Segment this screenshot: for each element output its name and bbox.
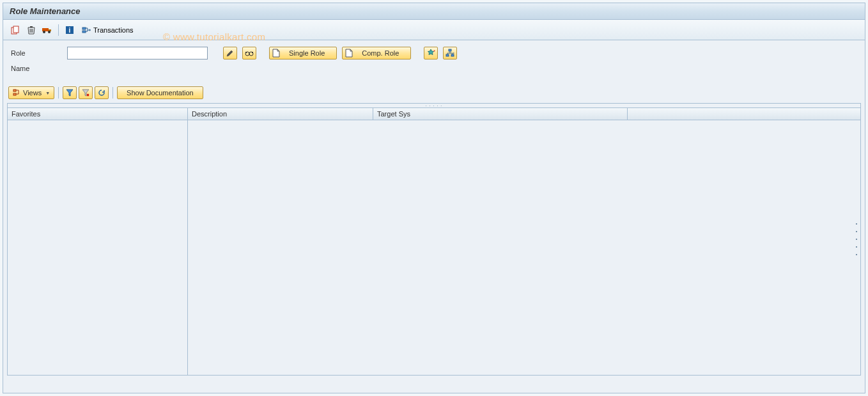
svg-point-5 xyxy=(48,31,50,33)
table-header: Favorites Description Target Sys xyxy=(8,107,860,120)
toolbar-separator xyxy=(58,24,59,36)
toolbar-separator xyxy=(112,87,113,99)
glasses-icon xyxy=(245,49,254,57)
transactions-button[interactable]: Transactions xyxy=(79,23,137,37)
svg-rect-1 xyxy=(13,26,19,33)
star-plus-icon: + xyxy=(426,49,435,58)
svg-point-4 xyxy=(43,31,45,33)
filter-remove-icon xyxy=(82,89,89,97)
table-body xyxy=(8,120,860,375)
refresh-button[interactable] xyxy=(95,86,109,99)
role-label: Role xyxy=(11,49,62,57)
column-description[interactable]: Description xyxy=(188,108,373,120)
column-blank[interactable] xyxy=(628,108,860,120)
document-icon xyxy=(272,49,280,58)
svg-text:+: + xyxy=(433,49,435,52)
svg-rect-17 xyxy=(13,93,16,95)
svg-rect-8 xyxy=(82,28,86,29)
tree-icon xyxy=(446,49,454,58)
role-row: Role Single Role Comp. Role + xyxy=(11,47,857,59)
name-label: Name xyxy=(11,65,62,72)
hierarchy-button[interactable] xyxy=(443,47,457,59)
filter-button[interactable] xyxy=(63,86,77,99)
svg-text:i: i xyxy=(69,27,71,34)
edit-button[interactable] xyxy=(223,47,237,59)
chevron-down-icon: ▼ xyxy=(45,91,50,95)
display-button[interactable] xyxy=(242,47,256,59)
views-label: Views xyxy=(23,89,42,97)
lower-toolbar: Views ▼ Show Documentation xyxy=(3,84,865,101)
show-doc-label: Show Documentation xyxy=(127,89,194,97)
filter-icon xyxy=(66,89,74,97)
document-icon xyxy=(345,49,353,58)
views-button[interactable]: Views ▼ xyxy=(8,86,54,99)
transactions-label: Transactions xyxy=(93,26,134,34)
svg-rect-9 xyxy=(82,31,86,33)
single-role-button[interactable]: Single Role xyxy=(269,47,337,59)
comp-role-label: Comp. Role xyxy=(355,49,408,57)
favorites-table: · · · · · Favorites Description Target S… xyxy=(7,103,861,376)
name-row: Name xyxy=(11,65,857,72)
column-target-sys[interactable]: Target Sys xyxy=(373,108,628,120)
table-body-rest xyxy=(188,120,860,375)
svg-rect-14 xyxy=(446,54,449,56)
svg-rect-2 xyxy=(42,28,49,31)
vertical-splitter[interactable] xyxy=(855,223,858,255)
svg-rect-16 xyxy=(13,90,16,91)
favorite-add-button[interactable]: + xyxy=(424,47,438,59)
main-window: Role Maintenance i Transactions © www.tu… xyxy=(3,3,865,393)
delete-icon[interactable] xyxy=(24,23,38,37)
pencil-icon xyxy=(226,49,234,57)
role-input[interactable] xyxy=(67,47,208,59)
toolbar-separator xyxy=(58,87,59,99)
single-role-label: Single Role xyxy=(283,49,334,57)
comp-role-button[interactable]: Comp. Role xyxy=(342,47,411,59)
column-favorites[interactable]: Favorites xyxy=(8,108,188,120)
refresh-icon xyxy=(98,89,105,97)
copy-icon[interactable] xyxy=(8,23,22,37)
favorites-column-body xyxy=(8,120,188,375)
svg-rect-13 xyxy=(449,49,451,51)
tree-collapse-icon xyxy=(13,89,20,97)
info-icon[interactable]: i xyxy=(63,23,77,37)
show-documentation-button[interactable]: Show Documentation xyxy=(117,86,203,99)
main-toolbar: i Transactions xyxy=(3,20,865,40)
form-area: Role Single Role Comp. Role + xyxy=(3,40,865,76)
transport-icon[interactable] xyxy=(40,23,54,37)
filter-delete-button[interactable] xyxy=(79,86,93,99)
svg-rect-15 xyxy=(451,54,454,56)
page-title: Role Maintenance xyxy=(3,3,865,20)
